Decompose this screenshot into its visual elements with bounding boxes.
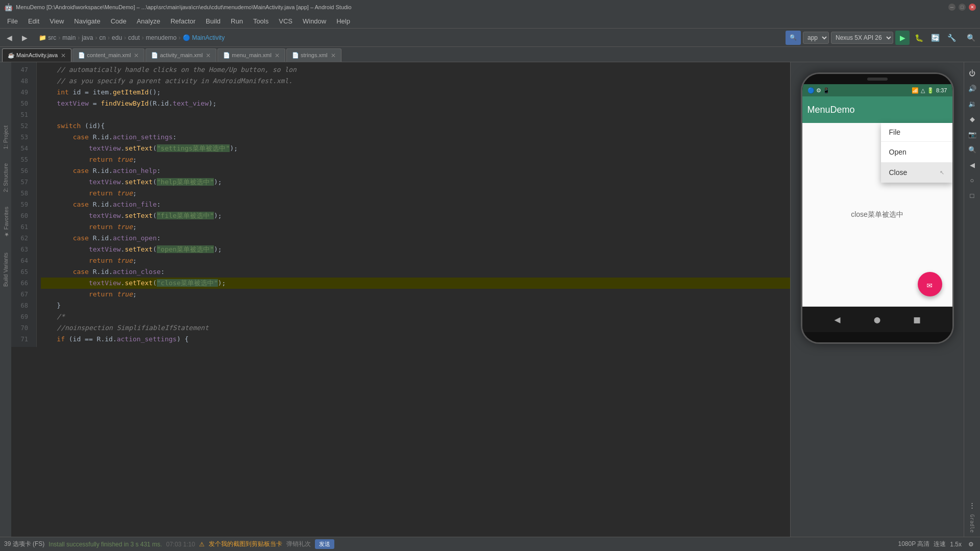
menu-bar: File Edit View Navigate Code Analyze Ref… — [0, 14, 980, 29]
device-status-icons-left: 🔵 ⚙ 📱 — [807, 87, 830, 94]
code-line-61: return true; — [41, 221, 790, 233]
label-favorites[interactable]: ★ Favorites — [2, 205, 10, 240]
tab-content-close[interactable]: ✕ — [134, 52, 139, 59]
device-status-bar: 🔵 ⚙ 📱 📶 △ 🔋 8:37 — [802, 84, 952, 96]
breadcrumb-main[interactable]: main — [62, 34, 76, 41]
device-dropdown: File Open Close ↖ — [881, 123, 952, 183]
minimize-btn[interactable]: ─ — [948, 4, 955, 11]
right-strip: ⏻ 🔊 🔉 ◆ 📷 🔍 ◀ ○ □ ⋮ Gradle — [964, 62, 980, 537]
close-btn[interactable]: ✕ — [969, 4, 976, 11]
install-message: Install successfully finished in 3 s 431… — [48, 541, 162, 548]
dropdown-item-close[interactable]: Close ↖ — [881, 162, 952, 183]
fab-button[interactable]: ✉ — [918, 272, 942, 296]
maximize-btn[interactable]: □ — [959, 4, 966, 11]
volume-icon[interactable]: 🔊 — [966, 82, 979, 95]
menu-build[interactable]: Build — [201, 14, 226, 28]
dropdown-header: File — [881, 123, 952, 142]
status-area: Install successfully finished in 3 s 431… — [48, 539, 894, 549]
menu-view[interactable]: View — [44, 14, 69, 28]
tab-menu-close[interactable]: ✕ — [275, 52, 280, 59]
code-line-68: } — [41, 300, 790, 311]
tools-btn[interactable]: 🔧 — [944, 31, 959, 45]
code-line-69: /* — [41, 311, 790, 322]
nav-recents-btn[interactable]: ■ — [914, 313, 920, 325]
main-content: 1: Project 2: Structure ★ Favorites Buil… — [0, 62, 980, 537]
tab-strings[interactable]: 📄 strings.xml ✕ — [286, 48, 341, 62]
power-icon[interactable]: ⏻ — [966, 66, 979, 80]
warning-text: 发个我的截图到剪贴板当卡 — [209, 540, 282, 548]
nav-back-btn[interactable]: ◀ — [834, 313, 840, 325]
speed-text: 连速 — [934, 540, 946, 548]
code-line-65: case R.id.action_close: — [41, 266, 790, 278]
breadcrumb-menudemo[interactable]: menudemo — [146, 34, 177, 41]
menu-run[interactable]: Run — [226, 14, 248, 28]
breadcrumb-java[interactable]: java — [82, 34, 93, 41]
run-btn[interactable]: ▶ — [895, 31, 910, 45]
tab-activity-main[interactable]: 📄 activity_main.xml ✕ — [145, 48, 216, 62]
breadcrumb-edu[interactable]: edu — [112, 34, 122, 41]
menu-vcs[interactable]: VCS — [274, 14, 298, 28]
breadcrumb-mainactivity[interactable]: 🔵 MainActivity — [183, 34, 225, 41]
device-toolbar: MenuDemo File Open Close ↖ — [802, 96, 952, 123]
home-icon[interactable]: ○ — [966, 173, 979, 187]
device-nav-bar: ◀ ● ■ — [802, 307, 952, 332]
tab-strings-label: 📄 strings.xml — [292, 52, 328, 59]
window-controls: ─ □ ✕ — [948, 4, 976, 11]
tab-mainactivity[interactable]: ☕ MainActivity.java ✕ — [2, 48, 71, 62]
search-icon[interactable]: 🔍 — [786, 31, 801, 45]
breadcrumb-src[interactable]: 📁 src — [39, 34, 56, 41]
gradle-label[interactable]: Gradle — [969, 514, 975, 533]
global-search-icon[interactable]: 🔍 — [964, 31, 978, 45]
menu-tools[interactable]: Tools — [248, 14, 274, 28]
nav-home-btn[interactable]: ● — [874, 313, 880, 325]
label-project[interactable]: 1: Project — [2, 123, 10, 151]
notification-text: 弹销礼次 — [286, 540, 311, 548]
screenshot-icon[interactable]: 📷 — [966, 128, 979, 141]
tab-content-main[interactable]: 📄 content_main.xml ✕ — [72, 48, 144, 62]
zoom-in-icon[interactable]: 🔍 — [966, 143, 979, 156]
tab-activity-close[interactable]: ✕ — [206, 52, 211, 59]
back-btn[interactable]: ◀ — [2, 31, 16, 45]
square-icon[interactable]: □ — [966, 189, 979, 202]
device-content-text: close菜单被选中 — [851, 210, 903, 219]
tab-mainactivity-close[interactable]: ✕ — [61, 52, 66, 59]
debug-btn[interactable]: 🐛 — [912, 31, 926, 45]
menu-edit[interactable]: Edit — [23, 14, 44, 28]
fwd-btn[interactable]: ▶ — [17, 31, 32, 45]
menu-file[interactable]: File — [2, 14, 23, 28]
menu-window[interactable]: Window — [298, 14, 331, 28]
back-icon[interactable]: ◀ — [966, 158, 979, 171]
breadcrumb-cdut[interactable]: cdut — [128, 34, 140, 41]
more-icon[interactable]: ⋮ — [966, 499, 979, 512]
bottom-panel: 39 选项卡 (FS) Install successfully finishe… — [0, 537, 980, 551]
device-select[interactable]: Nexus 5X API 26 — [831, 32, 893, 44]
rotate-icon[interactable]: ◆ — [966, 112, 979, 126]
sync-btn[interactable]: 🔄 — [928, 31, 942, 45]
app-title: MenuDemo — [807, 105, 855, 115]
label-build-variants[interactable]: Build Variants — [2, 251, 10, 289]
send-btn[interactable]: 发送 — [315, 539, 334, 549]
code-lines[interactable]: // automatically handle clicks on the Ho… — [37, 62, 790, 347]
tab-menu-main[interactable]: 📄 menu_main.xml ✕ — [217, 48, 285, 62]
menu-analyze[interactable]: Analyze — [132, 14, 165, 28]
settings-icon[interactable]: ⚙ — [966, 539, 976, 549]
menu-help[interactable]: Help — [331, 14, 355, 28]
menu-navigate[interactable]: Navigate — [69, 14, 105, 28]
code-line-58: return true; — [41, 188, 790, 199]
code-line-71: if (id == R.id.action_settings) { — [41, 334, 790, 345]
title-text: MenuDemo [D:\Android\workspace\MenuDemo]… — [16, 4, 948, 10]
code-editor[interactable]: 47 48 49 50 51 52 53 54 55 56 57 58 59 6… — [11, 62, 790, 537]
code-line-49: int id = item.getItemId(); — [41, 87, 790, 98]
menu-code[interactable]: Code — [106, 14, 132, 28]
menu-refactor[interactable]: Refactor — [165, 14, 201, 28]
tab-strings-close[interactable]: ✕ — [331, 52, 336, 59]
volume-down-icon[interactable]: 🔉 — [966, 97, 979, 110]
breadcrumb-cn[interactable]: cn — [99, 34, 106, 41]
device-time: 8:37 — [936, 87, 947, 93]
run-config-select[interactable]: app — [803, 32, 829, 44]
line-info: 39 选项卡 (FS) — [4, 540, 44, 548]
code-line-51 — [41, 109, 790, 120]
label-structure[interactable]: 2: Structure — [2, 161, 10, 194]
line-numbers: 47 48 49 50 51 52 53 54 55 56 57 58 59 6… — [11, 62, 37, 347]
dropdown-item-open[interactable]: Open — [881, 142, 952, 162]
